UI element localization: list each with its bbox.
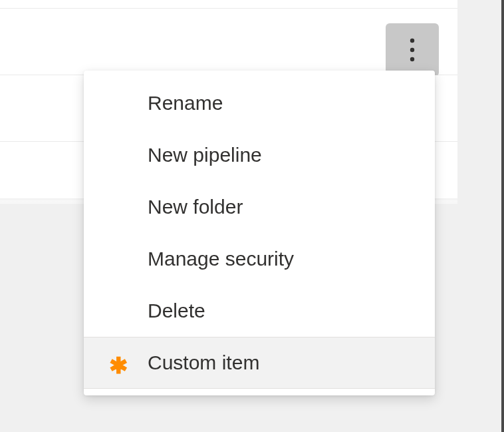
menu-item-new-pipeline[interactable]: New pipeline [84, 129, 435, 181]
more-vertical-icon [410, 38, 415, 62]
svg-point-1 [410, 48, 414, 52]
scrollbar-track[interactable] [501, 0, 504, 432]
context-menu: Rename New pipeline New folder Manage se… [84, 71, 435, 395]
list-row[interactable] [0, 9, 457, 75]
menu-item-label: Manage security [148, 248, 435, 270]
menu-item-label: New pipeline [148, 144, 435, 166]
svg-point-0 [410, 39, 414, 43]
menu-item-label: Custom item [148, 351, 435, 374]
menu-item-new-folder[interactable]: New folder [84, 181, 435, 233]
menu-item-manage-security[interactable]: Manage security [84, 233, 435, 285]
list-row-partial-top [0, 0, 457, 9]
menu-item-rename[interactable]: Rename [84, 77, 435, 129]
menu-item-icon-slot: ✱ [109, 351, 148, 374]
menu-item-custom[interactable]: ✱ Custom item [84, 337, 435, 389]
menu-item-label: Rename [148, 92, 435, 114]
star-icon: ✱ [109, 354, 128, 377]
more-options-button[interactable] [386, 23, 439, 77]
menu-item-delete[interactable]: Delete [84, 285, 435, 337]
menu-item-label: Delete [148, 300, 435, 322]
svg-point-2 [410, 57, 414, 61]
menu-item-label: New folder [148, 196, 435, 218]
